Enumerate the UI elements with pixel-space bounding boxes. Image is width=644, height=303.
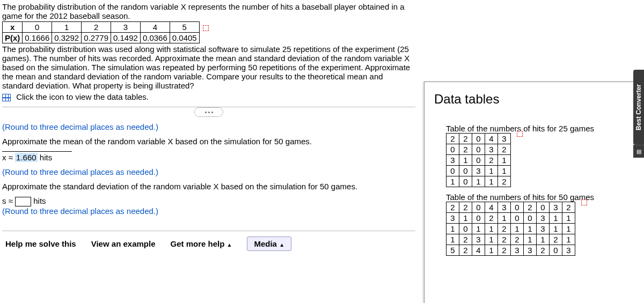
x-approx-value[interactable]: 1.660 — [15, 153, 38, 162]
data-cell: 0 — [537, 202, 550, 213]
data-cell: 5 — [447, 245, 459, 256]
data-cell: 3 — [447, 155, 459, 166]
data-cell: 1 — [459, 213, 472, 224]
px-2: 0.2779 — [82, 33, 111, 43]
data-cell: 2 — [459, 234, 472, 245]
data-cell: 0 — [459, 224, 472, 234]
s-input[interactable] — [15, 197, 31, 206]
data-cell: 3 — [472, 166, 485, 176]
copy-handle-icon[interactable] — [203, 25, 209, 31]
s-approx-units: hits — [33, 196, 46, 205]
data-cell: 1 — [485, 176, 498, 187]
data-cell: 1 — [485, 234, 498, 245]
data-cell: 1 — [498, 166, 511, 176]
data-cell: 1 — [447, 176, 459, 187]
data-cell: 2 — [459, 202, 472, 213]
data-cell: 0 — [459, 166, 472, 176]
data-cell: 3 — [485, 144, 498, 155]
data-cell: 0 — [472, 134, 485, 144]
data-cell: 3 — [562, 245, 575, 256]
side-tab-toggle[interactable]: ▤ — [633, 145, 644, 158]
round-note-2: (Round to three decimal places as needed… — [2, 167, 415, 176]
px-0: 0.1666 — [23, 33, 52, 43]
data-cell: 0 — [550, 245, 562, 256]
data-cell: 2 — [459, 144, 472, 155]
data-cell: 2 — [498, 224, 511, 234]
data-cell: 1 — [485, 224, 498, 234]
data-cell: 3 — [511, 245, 524, 256]
popup-title: Data tables — [434, 92, 632, 107]
data-cell: 1 — [537, 234, 550, 245]
round-note-1: (Round to three decimal places as needed… — [2, 122, 415, 131]
x-1: 1 — [52, 22, 82, 33]
px-5: 0.0405 — [170, 33, 199, 43]
data-cell: 2 — [447, 202, 459, 213]
x-header: x — [3, 22, 23, 33]
data-cell: 0 — [511, 202, 524, 213]
copy-handle-icon[interactable] — [581, 199, 587, 205]
question-mean-50: Approximate the mean of the random varia… — [2, 137, 415, 146]
data-cell: 2 — [498, 176, 511, 187]
data-cell: 3 — [498, 202, 511, 213]
data-cell: 0 — [459, 176, 472, 187]
data-cell: 1 — [498, 155, 511, 166]
x-2: 2 — [82, 22, 111, 33]
data-cell: 1 — [562, 213, 575, 224]
data-cell: 1 — [485, 245, 498, 256]
data-cell: 2 — [459, 134, 472, 144]
data-cell: 3 — [537, 224, 550, 234]
caret-up-icon: ▲ — [227, 242, 232, 248]
x-5: 5 — [170, 22, 199, 33]
data-cell: 1 — [524, 224, 537, 234]
x-4: 4 — [140, 22, 170, 33]
data-cell: 3 — [498, 134, 511, 144]
help-me-solve-button[interactable]: Help me solve this — [5, 239, 76, 248]
data-cell: 0 — [447, 166, 459, 176]
data-cell: 1 — [550, 213, 562, 224]
expand-pill[interactable] — [194, 107, 223, 117]
data-cell: 3 — [472, 234, 485, 245]
table-icon[interactable] — [2, 94, 11, 101]
copy-handle-icon[interactable] — [517, 131, 523, 137]
view-example-button[interactable]: View an example — [91, 239, 156, 248]
media-button[interactable]: Media ▲ — [247, 237, 291, 251]
get-more-help-button[interactable]: Get more help ▲ — [171, 239, 232, 248]
data-cell: 3 — [447, 213, 459, 224]
data-cell: 1 — [562, 234, 575, 245]
body-paragraph: The probability distribution was used al… — [2, 45, 415, 90]
caret-up-icon: ▲ — [279, 242, 284, 248]
intro-text: The probability distribution of the rand… — [2, 2, 415, 20]
data-cell: 2 — [485, 213, 498, 224]
data-cell: 1 — [447, 224, 459, 234]
data-cell: 1 — [447, 234, 459, 245]
table50-label: Table of the numbers of hits for 50 game… — [446, 193, 632, 202]
data-cell: 2 — [485, 155, 498, 166]
table-25-games: 2204302032310210031110112 — [446, 133, 511, 187]
data-cell: 2 — [511, 234, 524, 245]
data-cell: 0 — [472, 144, 485, 155]
data-cell: 2 — [498, 234, 511, 245]
px-header: P(x) — [3, 33, 23, 43]
data-cell: 1 — [511, 224, 524, 234]
data-cell: 4 — [472, 245, 485, 256]
table25-label: Table of the numbers of hits for 25 game… — [446, 124, 632, 133]
side-tab[interactable]: Best Converter — [633, 70, 644, 145]
data-cell: 3 — [550, 202, 562, 213]
data-cell: 2 — [498, 144, 511, 155]
data-cell: 1 — [562, 224, 575, 234]
round-note-3: (Round to three decimal places as needed… — [2, 206, 415, 216]
data-cell: 2 — [498, 245, 511, 256]
data-cell: 0 — [472, 155, 485, 166]
data-cell: 1 — [498, 213, 511, 224]
data-cell: 2 — [447, 134, 459, 144]
data-tables-popup: Data tables Table of the numbers of hits… — [424, 82, 641, 303]
px-3: 0.1492 — [111, 33, 141, 43]
data-cell: 0 — [472, 213, 485, 224]
x-approx-label: x ≈ — [2, 153, 13, 162]
data-cell: 1 — [472, 224, 485, 234]
data-cell: 1 — [550, 224, 562, 234]
click-icon-text[interactable]: Click the icon to view the data tables. — [16, 92, 149, 101]
data-cell: 0 — [511, 213, 524, 224]
data-cell: 1 — [524, 234, 537, 245]
data-cell: 4 — [485, 202, 498, 213]
